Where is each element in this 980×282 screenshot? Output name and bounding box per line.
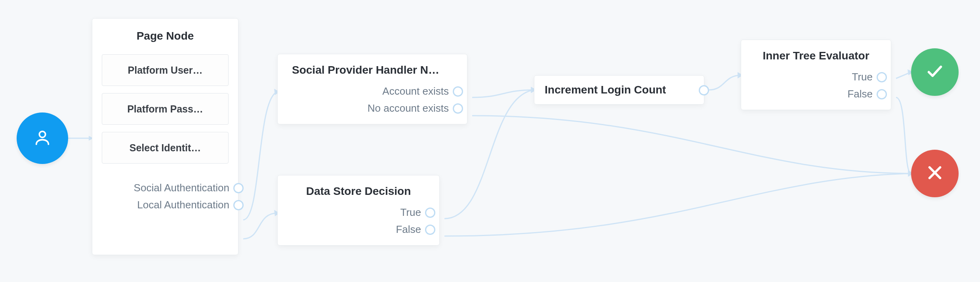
outcome-label: False bbox=[847, 88, 873, 100]
node-title: Data Store Decision bbox=[290, 185, 427, 198]
port-icon[interactable] bbox=[425, 225, 435, 235]
outcome-local-auth[interactable]: Local Authentication bbox=[137, 199, 244, 211]
social-provider-handler-node[interactable]: Social Provider Handler N… Account exist… bbox=[277, 54, 467, 124]
failure-node[interactable] bbox=[911, 150, 959, 197]
outcome-false[interactable]: False bbox=[847, 88, 887, 100]
node-title: Page Node bbox=[102, 30, 229, 42]
port-icon[interactable] bbox=[453, 86, 463, 97]
start-node[interactable] bbox=[17, 112, 68, 164]
close-icon bbox=[926, 164, 944, 183]
node-title: Inner Tree Evaluator bbox=[753, 50, 879, 62]
port-icon[interactable] bbox=[699, 85, 709, 95]
outcome-label: Account exists bbox=[382, 85, 449, 97]
outcome-label: Local Authentication bbox=[137, 199, 229, 211]
port-icon[interactable] bbox=[233, 200, 244, 210]
outcome-true[interactable]: True bbox=[852, 71, 887, 83]
svg-point-10 bbox=[39, 131, 45, 137]
user-icon bbox=[33, 128, 51, 148]
page-node-field[interactable]: Platform User… bbox=[102, 54, 229, 86]
increment-login-count-node[interactable]: Increment Login Count bbox=[534, 75, 704, 105]
inner-tree-evaluator-node[interactable]: Inner Tree Evaluator True False bbox=[741, 40, 891, 110]
outcome-false[interactable]: False bbox=[396, 223, 435, 236]
outcome-label: True bbox=[400, 206, 421, 219]
node-title: Social Provider Handler N… bbox=[290, 64, 455, 76]
outcome-label: No account exists bbox=[368, 102, 449, 114]
outcome-no-account[interactable]: No account exists bbox=[368, 102, 463, 114]
outcome-label: True bbox=[852, 71, 873, 83]
port-icon[interactable] bbox=[425, 208, 435, 218]
outcome-true[interactable]: True bbox=[400, 206, 436, 219]
outcome-social-auth[interactable]: Social Authentication bbox=[134, 182, 244, 194]
port-icon[interactable] bbox=[453, 103, 463, 114]
outcome-account-exists[interactable]: Account exists bbox=[382, 85, 463, 97]
auth-tree-canvas[interactable]: Page Node Platform User… Platform Pass… … bbox=[0, 0, 980, 282]
success-node[interactable] bbox=[911, 48, 959, 96]
page-node-field[interactable]: Platform Pass… bbox=[102, 93, 229, 125]
outcome-label: Social Authentication bbox=[134, 182, 229, 194]
port-icon[interactable] bbox=[877, 72, 887, 82]
port-icon[interactable] bbox=[877, 89, 887, 99]
data-store-decision-node[interactable]: Data Store Decision True False bbox=[277, 175, 440, 246]
port-icon[interactable] bbox=[233, 183, 244, 193]
check-icon bbox=[926, 62, 944, 82]
page-node[interactable]: Page Node Platform User… Platform Pass… … bbox=[92, 18, 238, 255]
node-title: Increment Login Count bbox=[545, 84, 666, 96]
page-node-field[interactable]: Select Identit… bbox=[102, 132, 229, 164]
outcome-label: False bbox=[396, 223, 421, 236]
